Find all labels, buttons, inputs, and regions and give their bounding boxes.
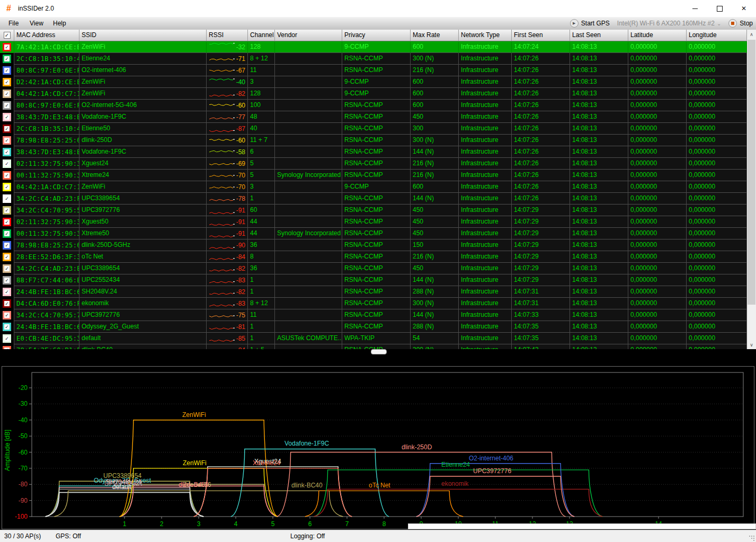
table-row[interactable]: ✓00:11:32:75:90:34Xtreme24-705Synology I… <box>0 170 747 181</box>
first-seen: 14:07:29 <box>512 228 570 239</box>
table-row[interactable]: ✓7A:42:1A:CD:CE:E4ZenWiFi-321289-CCMP600… <box>0 41 747 53</box>
table-row[interactable]: ✓34:2C:C4:70:95:5DUPC3972776-9160RSNA-CC… <box>0 205 747 216</box>
column-header-max-rate[interactable]: Max Rate <box>411 30 459 41</box>
table-row[interactable]: ✓24:4B:FE:1B:BC:68SH2048V.24-821RSNA-CCM… <box>0 286 747 298</box>
table-row[interactable]: ✓E0:CB:4E:DC:95:33default-851ASUSTek COM… <box>0 333 747 344</box>
network-checkbox[interactable]: ✓ <box>0 298 14 309</box>
network-checkbox[interactable]: ✓ <box>0 286 14 298</box>
menu-help[interactable]: Help <box>51 19 68 28</box>
table-row[interactable]: ✓24:4B:FE:1B:BC:69Odyssey_2G_Guest-811RS… <box>0 321 747 333</box>
network-checkbox[interactable]: ✓ <box>0 135 14 146</box>
table-row[interactable]: ✓2C:C8:1B:35:10:40Etienne24-718 + 12RSNA… <box>0 53 747 65</box>
network-checkbox[interactable]: ✓ <box>0 170 14 181</box>
column-header-vendor[interactable]: Vendor <box>275 30 342 41</box>
menu-view[interactable]: View <box>28 19 46 28</box>
vendor <box>275 344 342 349</box>
table-row[interactable]: ✓04:42:1A:CD:C7:14ZenWiFi-821289-CCMP600… <box>0 88 747 100</box>
network-checkbox[interactable]: ✓ <box>0 228 14 239</box>
rssi-value: -90 <box>236 240 245 251</box>
column-header-channel[interactable]: Channel <box>248 30 275 41</box>
column-header-longitude[interactable]: Longitude <box>687 30 747 41</box>
table-vertical-scrollbar[interactable]: ∧ ∨ <box>747 30 756 349</box>
network-checkbox[interactable]: ✓ <box>0 111 14 123</box>
table-row[interactable]: ✓34:2C:C4:AD:23:EBUPC3389654-8236RSNA-CC… <box>0 263 747 274</box>
table-row[interactable]: ✓D4:CA:6D:E0:76:FFekonomik-838 + 12RSNA-… <box>0 298 747 309</box>
network-checkbox[interactable]: ✓ <box>0 309 14 321</box>
table-row[interactable]: ✓38:43:7D:E3:48:B0Vodafone-1F9C-7748RSNA… <box>0 111 747 123</box>
column-header-first-seen[interactable]: First Seen <box>512 30 570 41</box>
scroll-down-icon[interactable]: ∨ <box>747 340 756 349</box>
last-seen: 14:08:13 <box>570 344 628 349</box>
privacy: RSNA-CCMP <box>342 53 411 65</box>
rssi-sparkline <box>209 125 235 133</box>
table-row[interactable]: ✓2C:C8:1B:35:10:41Etienne50-8740RSNA-CCM… <box>0 123 747 135</box>
network-checkbox[interactable]: ✓ <box>0 65 14 76</box>
table-row[interactable]: ✓78:54:2E:60:B1:55dlink-BC40-841 + 5RSNA… <box>0 344 747 349</box>
rssi-cell: -58 <box>207 146 248 158</box>
table-row[interactable]: ✓28:EE:52:D6:3F:3EoTc Net-848RSNA-CCMP21… <box>0 251 747 263</box>
network-checkbox[interactable]: ✓ <box>0 344 14 349</box>
resize-grip[interactable] <box>749 535 755 541</box>
network-checkbox[interactable]: ✓ <box>0 181 14 193</box>
network-checkbox[interactable]: ✓ <box>0 123 14 135</box>
network-checkbox[interactable]: ✓ <box>0 100 14 111</box>
network-checkbox[interactable]: ✓ <box>0 239 14 251</box>
column-header-network-type[interactable]: Network Type <box>459 30 512 41</box>
adapter-select[interactable]: Intel(R) Wi-Fi 6 AX200 160MHz #2 ⌄ <box>617 20 721 27</box>
splitter-grip[interactable] <box>371 349 387 354</box>
vendor <box>275 286 342 298</box>
table-row[interactable]: ✓02:11:32:75:90:37Xguest50-9144RSNA-CCMP… <box>0 216 747 228</box>
column-header-last-seen[interactable]: Last Seen <box>570 30 628 41</box>
menu-file[interactable]: File <box>6 19 21 28</box>
network-checkbox[interactable]: ✓ <box>0 251 14 263</box>
maximize-button[interactable] <box>707 0 732 17</box>
mac-address: 24:4B:FE:1B:BC:69 <box>14 321 79 333</box>
network-checkbox[interactable]: ✓ <box>0 216 14 228</box>
table-row[interactable]: ✓D2:42:1A:CD:CE:E1ZenWiFi-4039-CCMP600In… <box>0 76 747 88</box>
scrollbar-thumb[interactable] <box>748 40 755 305</box>
network-checkbox[interactable]: ✓ <box>0 263 14 274</box>
table-row[interactable]: ✓78:98:E8:25:25:0Edlink-250D-6011 + 7RSN… <box>0 135 747 146</box>
column-header-latitude[interactable]: Latitude <box>628 30 687 41</box>
chart-horizontal-scrollbar[interactable] <box>408 523 756 529</box>
network-checkbox[interactable]: ✓ <box>0 205 14 216</box>
network-checkbox[interactable]: ✓ <box>0 41 14 53</box>
table-row[interactable]: ✓02:11:32:75:90:36Xguest24-695RSNA-CCMP2… <box>0 158 747 170</box>
network-checkbox[interactable]: ✓ <box>0 333 14 344</box>
table-row[interactable]: ✓38:43:7D:E3:48:BBVodafone-1F9C-586RSNA-… <box>0 146 747 158</box>
rssi-cell: -32 <box>207 41 248 53</box>
table-row[interactable]: ✓04:42:1A:CD:C7:10ZenWiFi-7039-CCMP600In… <box>0 181 747 193</box>
column-header-ssid[interactable]: SSID <box>79 30 207 41</box>
table-row[interactable]: ✓00:11:32:75:90:35Xtreme50-9144Synology … <box>0 228 747 239</box>
first-seen: 14:07:26 <box>512 193 570 205</box>
table-row[interactable]: ✓80:8C:97:E0:6E:FBO2-internet-406-6711RS… <box>0 65 747 76</box>
table-row[interactable]: ✓34:2C:C4:70:95:78UPC3972776-7511RSNA-CC… <box>0 309 747 321</box>
column-header-rssi[interactable]: RSSI <box>207 30 248 41</box>
network-checkbox[interactable]: ✓ <box>0 146 14 158</box>
stop-button[interactable]: Stop <box>728 19 753 28</box>
column-header-privacy[interactable]: Privacy <box>342 30 411 41</box>
vendor <box>275 41 342 53</box>
table-row[interactable]: ✓34:2C:C4:AD:23:F5UPC3389654-781RSNA-CCM… <box>0 193 747 205</box>
mac-address: 38:43:7D:E3:48:BB <box>14 146 79 158</box>
network-checkbox[interactable]: ✓ <box>0 158 14 170</box>
scroll-up-icon[interactable]: ∧ <box>747 30 756 39</box>
check-icon: ✓ <box>3 311 11 319</box>
network-checkbox[interactable]: ✓ <box>0 88 14 100</box>
rssi-value: -82 <box>236 263 245 274</box>
close-button[interactable]: ✕ <box>732 0 756 17</box>
minimize-button[interactable] <box>683 0 707 17</box>
table-row[interactable]: ✓80:8C:97:E0:6E:F6O2-internet-5G-406-601… <box>0 100 747 111</box>
network-checkbox[interactable]: ✓ <box>0 274 14 286</box>
table-row[interactable]: ✓78:98:E8:25:25:0Fdlink-250D-5GHz-9036RS… <box>0 239 747 251</box>
privacy: RSNA-CCMP <box>342 135 411 146</box>
panel-splitter[interactable] <box>0 349 756 366</box>
select-all-checkbox[interactable]: ✓ <box>0 30 14 41</box>
network-checkbox[interactable]: ✓ <box>0 193 14 205</box>
column-header-mac-address[interactable]: MAC Address <box>14 30 79 41</box>
start-gps-button[interactable]: ▶ Start GPS <box>570 19 610 28</box>
network-checkbox[interactable]: ✓ <box>0 53 14 65</box>
network-checkbox[interactable]: ✓ <box>0 321 14 333</box>
table-row[interactable]: ✓88:F7:C7:44:06:E1UPC2552434-831RSNA-CCM… <box>0 274 747 286</box>
network-checkbox[interactable]: ✓ <box>0 76 14 88</box>
